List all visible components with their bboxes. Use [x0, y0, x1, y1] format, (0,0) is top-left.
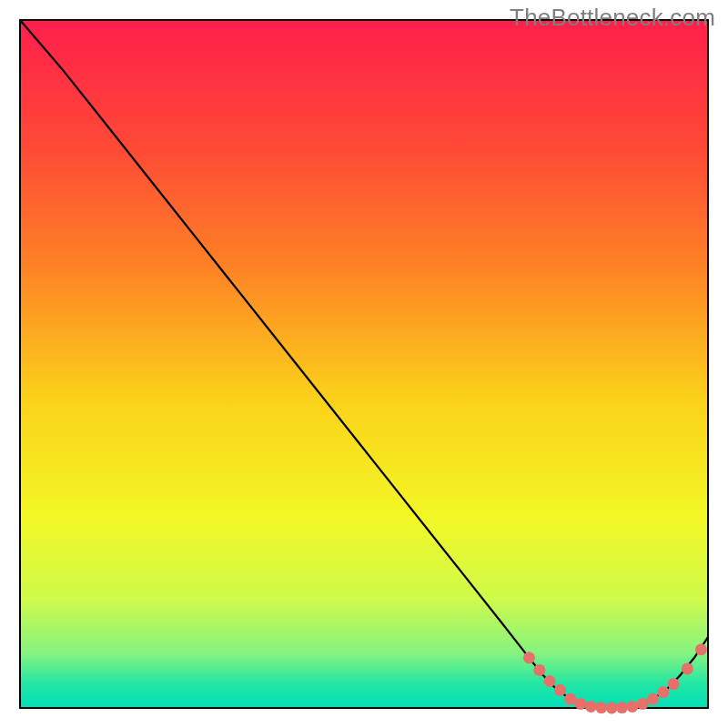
chart-stage: TheBottleneck.com — [0, 0, 728, 728]
marker-dot — [647, 693, 659, 705]
marker-dot — [575, 698, 587, 710]
marker-dot — [554, 684, 566, 696]
marker-dot — [606, 703, 618, 714]
marker-dot — [616, 702, 628, 713]
marker-dot — [695, 643, 707, 655]
marker-dot — [564, 693, 576, 705]
chart-svg — [0, 0, 728, 728]
chart-background — [20, 20, 708, 708]
marker-dot — [657, 686, 669, 698]
marker-dot — [626, 701, 638, 713]
marker-dot — [682, 662, 693, 674]
marker-dot — [585, 701, 597, 713]
marker-dot — [544, 675, 556, 687]
marker-dot — [668, 678, 680, 690]
marker-dot — [523, 652, 535, 663]
marker-dot — [595, 702, 607, 713]
watermark-text: TheBottleneck.com — [510, 4, 715, 32]
marker-dot — [637, 698, 649, 710]
marker-dot — [533, 664, 545, 676]
